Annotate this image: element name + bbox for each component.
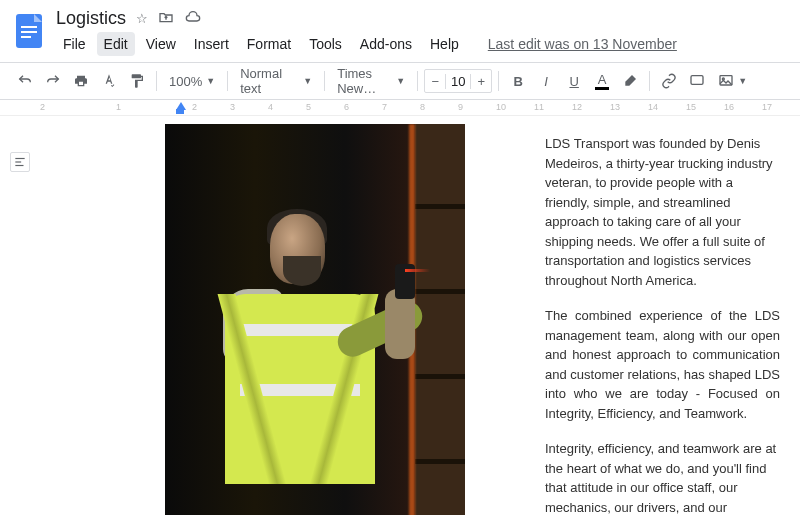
- italic-button[interactable]: I: [533, 68, 559, 94]
- star-icon[interactable]: ☆: [136, 11, 148, 26]
- last-edit-link[interactable]: Last edit was on 13 November: [488, 36, 677, 52]
- separator: [417, 71, 418, 91]
- spellcheck-button[interactable]: [96, 68, 122, 94]
- left-gutter: [0, 116, 40, 515]
- font-size-control: − 10 +: [424, 69, 492, 93]
- highlight-button[interactable]: [617, 68, 643, 94]
- doc-title[interactable]: Logistics: [56, 8, 126, 29]
- paragraph-style-select[interactable]: Normal text▼: [234, 68, 318, 94]
- svg-rect-2: [21, 31, 37, 33]
- chevron-down-icon: ▼: [206, 76, 215, 86]
- menu-insert[interactable]: Insert: [187, 32, 236, 56]
- menu-edit[interactable]: Edit: [97, 32, 135, 56]
- cloud-status-icon[interactable]: [184, 9, 202, 28]
- docs-logo-icon[interactable]: [12, 8, 48, 56]
- text-color-button[interactable]: A: [589, 68, 615, 94]
- bold-button[interactable]: B: [505, 68, 531, 94]
- menu-help[interactable]: Help: [423, 32, 466, 56]
- svg-rect-4: [691, 76, 703, 85]
- paragraph[interactable]: The combined experience of the LDS manag…: [545, 306, 780, 423]
- paragraph[interactable]: LDS Transport was founded by Denis Medei…: [545, 134, 780, 290]
- inline-image[interactable]: [165, 124, 465, 515]
- font-size-increase-button[interactable]: +: [471, 70, 491, 92]
- move-icon[interactable]: [158, 9, 174, 28]
- separator: [156, 71, 157, 91]
- font-size-value[interactable]: 10: [445, 74, 471, 89]
- underline-button[interactable]: U: [561, 68, 587, 94]
- insert-link-button[interactable]: [656, 68, 682, 94]
- separator: [324, 71, 325, 91]
- svg-rect-1: [21, 26, 37, 28]
- paragraph[interactable]: Integrity, efficiency, and teamwork are …: [545, 439, 780, 515]
- toolbar: 100%▼ Normal text▼ Times New…▼ − 10 + B …: [0, 62, 800, 100]
- workspace: LDS Transport was founded by Denis Medei…: [0, 116, 800, 515]
- menu-addons[interactable]: Add-ons: [353, 32, 419, 56]
- zoom-select[interactable]: 100%▼: [163, 68, 221, 94]
- redo-button[interactable]: [40, 68, 66, 94]
- insert-comment-button[interactable]: [684, 68, 710, 94]
- font-select[interactable]: Times New…▼: [331, 68, 411, 94]
- insert-image-button[interactable]: ▼: [712, 68, 753, 94]
- menu-tools[interactable]: Tools: [302, 32, 349, 56]
- chevron-down-icon: ▼: [738, 76, 747, 86]
- menu-format[interactable]: Format: [240, 32, 298, 56]
- svg-rect-3: [21, 36, 31, 38]
- separator: [649, 71, 650, 91]
- chevron-down-icon: ▼: [303, 76, 312, 86]
- document-outline-icon[interactable]: [10, 152, 30, 172]
- docs-header: Logistics ☆ File Edit View Insert Format…: [0, 0, 800, 56]
- separator: [498, 71, 499, 91]
- print-button[interactable]: [68, 68, 94, 94]
- horizontal-ruler[interactable]: 21234567891011121314151617: [0, 100, 800, 116]
- menu-bar: File Edit View Insert Format Tools Add-o…: [56, 32, 788, 56]
- left-indent-marker[interactable]: [176, 109, 184, 114]
- menu-view[interactable]: View: [139, 32, 183, 56]
- chevron-down-icon: ▼: [396, 76, 405, 86]
- paint-format-button[interactable]: [124, 68, 150, 94]
- document-text[interactable]: LDS Transport was founded by Denis Medei…: [545, 124, 780, 515]
- menu-file[interactable]: File: [56, 32, 93, 56]
- separator: [227, 71, 228, 91]
- undo-button[interactable]: [12, 68, 38, 94]
- font-size-decrease-button[interactable]: −: [425, 70, 445, 92]
- document-page[interactable]: LDS Transport was founded by Denis Medei…: [40, 116, 800, 515]
